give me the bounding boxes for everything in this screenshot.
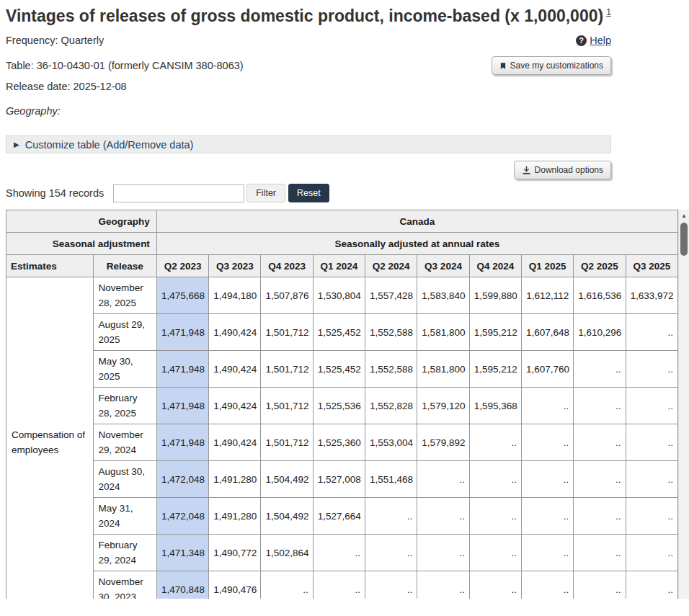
column-header-q3-2023: Q3 2023 [209, 255, 261, 277]
value-cell: 1,552,588 [365, 314, 417, 351]
value-cell: 1,475,668 [156, 277, 208, 314]
value-cell: .. [626, 498, 677, 535]
value-cell: 1,595,368 [469, 388, 521, 424]
value-cell: 1,595,212 [469, 351, 521, 388]
value-cell: .. [626, 461, 677, 498]
customize-table-expander[interactable]: ▶ Customize table (Add/Remove data) [6, 135, 611, 153]
value-cell: 1,471,348 [156, 535, 208, 571]
value-cell: 1,610,296 [574, 314, 626, 351]
release-date-cell: November 29, 2024 [93, 424, 156, 461]
value-cell: .. [521, 461, 573, 498]
save-customizations-button[interactable]: Save my customizations [492, 56, 611, 75]
value-cell: .. [469, 424, 521, 461]
table-reference: Table: 36-10-0430-01 (formerly CANSIM 38… [6, 60, 244, 71]
value-cell: 1,525,452 [313, 314, 365, 351]
value-cell: .. [626, 424, 677, 461]
value-cell: 1,557,428 [365, 277, 417, 314]
table-region: Geography Canada Seasonal adjustment Sea… [6, 210, 689, 599]
value-cell: .. [417, 461, 469, 498]
value-cell: 1,472,048 [156, 461, 208, 498]
column-header-q3-2024: Q3 2024 [417, 255, 469, 277]
scrollbar-thumb[interactable] [680, 223, 688, 256]
release-header: Release [93, 255, 156, 277]
geography-label: Geography: [6, 105, 61, 117]
value-cell: 1,471,948 [156, 388, 208, 424]
page-header: Vintages of releases of gross domestic p… [0, 0, 617, 202]
save-customizations-label: Save my customizations [510, 61, 603, 71]
value-cell: .. [521, 535, 573, 571]
column-header-row: Estimates Release Q2 2023Q3 2023Q4 2023Q… [6, 255, 678, 277]
value-cell: 1,491,280 [209, 461, 261, 498]
frequency-row: Frequency: Quarterly ? Help [6, 35, 611, 46]
value-cell: 1,607,760 [521, 351, 573, 388]
question-circle-icon: ? [576, 35, 587, 46]
value-cell: .. [469, 535, 521, 571]
value-cell: 1,581,800 [417, 314, 469, 351]
download-icon [522, 166, 531, 175]
table-row: May 31, 20241,472,0481,491,2801,504,4921… [6, 498, 678, 535]
value-cell: 1,471,948 [156, 424, 208, 461]
value-cell: .. [626, 351, 677, 388]
table-row: November 30, 20231,470,8481,490,476.....… [6, 571, 678, 599]
value-cell: .. [417, 571, 469, 599]
footnote-link[interactable]: 1 [606, 7, 611, 17]
table-row: August 30, 20241,472,0481,491,2801,504,4… [6, 461, 678, 498]
download-options-label: Download options [535, 165, 603, 175]
table-row: February 28, 20251,471,9481,490,4241,501… [6, 388, 678, 424]
value-cell: 1,612,112 [521, 277, 573, 314]
value-cell: 1,504,492 [261, 498, 313, 535]
value-cell: 1,581,800 [417, 351, 469, 388]
column-header-q4-2023: Q4 2023 [261, 255, 313, 277]
value-cell: 1,527,664 [313, 498, 365, 535]
value-cell: 1,633,972 [626, 277, 677, 314]
value-cell: 1,595,212 [469, 314, 521, 351]
download-options-button[interactable]: Download options [514, 161, 611, 179]
value-cell: .. [574, 571, 626, 599]
filter-input[interactable] [113, 184, 244, 202]
value-cell: .. [521, 571, 573, 599]
value-cell: 1,490,424 [209, 424, 261, 461]
value-cell: .. [626, 571, 677, 599]
value-cell: 1,490,424 [209, 388, 261, 424]
value-cell: 1,501,712 [261, 351, 313, 388]
value-cell: .. [574, 424, 626, 461]
vintages-table: Geography Canada Seasonal adjustment Sea… [6, 210, 678, 599]
value-cell: .. [626, 535, 677, 571]
release-date-cell: November 30, 2023 [93, 571, 156, 599]
value-cell: 1,491,280 [209, 498, 261, 535]
frequency-label: Frequency: Quarterly [6, 35, 104, 46]
value-cell: 1,525,452 [313, 351, 365, 388]
value-cell: .. [417, 498, 469, 535]
filter-button[interactable]: Filter [246, 184, 285, 202]
scroll-up-arrow[interactable]: ▲ [679, 210, 689, 221]
help-link-label: Help [590, 35, 611, 46]
release-date-cell: May 30, 2025 [93, 351, 156, 388]
release-date-cell: November 28, 2025 [93, 277, 156, 314]
table-row: November 29, 20241,471,9481,490,4241,501… [6, 424, 678, 461]
bookmark-icon [499, 61, 507, 71]
table-reference-row: Table: 36-10-0430-01 (formerly CANSIM 38… [6, 56, 611, 75]
value-cell: .. [469, 498, 521, 535]
estimate-name-cell: Compensation of employees [6, 277, 94, 599]
value-cell: 1,501,712 [261, 314, 313, 351]
value-cell: .. [313, 535, 365, 571]
value-cell: 1,490,424 [209, 351, 261, 388]
value-cell: .. [626, 314, 677, 351]
help-link[interactable]: ? Help [576, 35, 611, 46]
value-cell: .. [469, 461, 521, 498]
reset-button[interactable]: Reset [288, 184, 329, 202]
column-header-q4-2024: Q4 2024 [469, 255, 521, 277]
value-cell: .. [521, 424, 573, 461]
value-cell: 1,552,828 [365, 388, 417, 424]
release-date-cell: August 29, 2025 [93, 314, 156, 351]
value-cell: .. [469, 571, 521, 599]
value-cell: 1,583,840 [417, 277, 469, 314]
release-date-cell: August 30, 2024 [93, 461, 156, 498]
value-cell: 1,527,008 [313, 461, 365, 498]
vertical-scrollbar[interactable]: ▲ [678, 210, 689, 599]
geography-row: Geography: [6, 105, 611, 117]
value-cell: .. [574, 498, 626, 535]
value-cell: .. [574, 388, 626, 424]
seasonal-adjustment-header: Seasonal adjustment [6, 233, 157, 255]
value-cell: 1,471,948 [156, 314, 208, 351]
